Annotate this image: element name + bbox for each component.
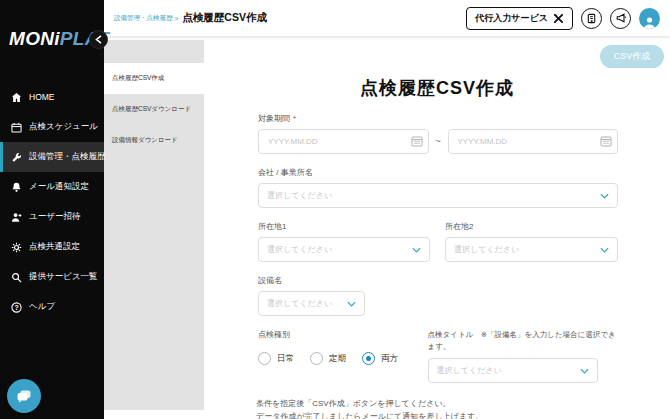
subsidebar-item-csv-create[interactable]: 点検履歴CSV作成 xyxy=(104,63,204,94)
select-placeholder: 選択してください xyxy=(267,298,332,309)
location1-col: 所在地1 選択してください xyxy=(258,208,430,262)
svg-text:?: ? xyxy=(14,303,18,310)
logo-text-main: MON xyxy=(9,28,54,49)
sidebar-item-label: 点検スケジュール xyxy=(29,121,98,133)
megaphone-icon xyxy=(615,12,627,24)
calendar-picker-icon[interactable] xyxy=(600,135,612,147)
sidebar-item-equipment-management[interactable]: 設備管理・点検履歴 xyxy=(0,142,104,172)
page-title-breadcrumb: 点検履歴CSV作成 xyxy=(182,11,267,25)
period-from-wrap xyxy=(258,129,429,154)
radio-option-daily[interactable]: 日常 xyxy=(258,352,294,365)
user-icon xyxy=(642,16,657,29)
equipment-select[interactable]: 選択してください xyxy=(258,291,365,316)
primary-sidebar: MONiPLAT HOME 点検スケジュール 設備管理・点検履歴 メール通知設定… xyxy=(0,0,104,419)
required-mark: * xyxy=(293,114,296,123)
chat-support-button[interactable] xyxy=(7,379,41,413)
location2-select[interactable]: 選択してください xyxy=(445,237,618,262)
radio-label: 両方 xyxy=(381,353,398,365)
chevron-down-icon xyxy=(347,301,356,307)
sidebar-item-home[interactable]: HOME xyxy=(0,82,104,112)
sidebar-item-label: メール通知設定 xyxy=(29,181,89,193)
sidebar-item-label: 点検共通設定 xyxy=(29,241,80,253)
calendar-icon xyxy=(11,122,22,133)
sidebar-item-label: ユーザー招待 xyxy=(29,211,80,223)
sidebar-item-label: HOME xyxy=(29,92,55,102)
csv-create-form: 対象期間* ~ 会社 / 事業所名 選択してください xyxy=(258,113,618,383)
subsidebar-item-label: 点検履歴CSVダウンロード xyxy=(112,105,191,114)
calendar-picker-icon[interactable] xyxy=(411,135,423,147)
period-to-input[interactable] xyxy=(448,129,619,154)
select-placeholder: 選択してください xyxy=(454,244,519,255)
breadcrumb-parent-link[interactable]: 設備管理・点検履歴 xyxy=(114,14,173,23)
subsidebar-item-csv-download[interactable]: 点検履歴CSVダウンロード xyxy=(104,94,204,125)
radio-option-periodic[interactable]: 定期 xyxy=(310,352,346,365)
chevron-down-icon xyxy=(600,247,609,253)
sidebar-item-services-list[interactable]: 提供サービス一覧 xyxy=(0,262,104,292)
user-plus-icon xyxy=(11,212,22,223)
period-row: ~ xyxy=(258,129,618,154)
inspection-type-label: 点検種別 xyxy=(258,329,428,340)
select-placeholder: 選択してください xyxy=(267,190,332,201)
csv-create-button[interactable]: CSV作成 xyxy=(600,45,664,68)
sidebar-item-label: ヘルプ xyxy=(29,301,55,313)
period-from-input[interactable] xyxy=(258,129,429,154)
location2-label: 所在地2 xyxy=(445,221,618,232)
sidebar-item-mail-notification[interactable]: メール通知設定 xyxy=(0,172,104,202)
crossed-tools-icon xyxy=(553,13,564,24)
chevron-down-icon xyxy=(412,247,421,253)
subsidebar-item-equipment-download[interactable]: 設備情報ダウンロード xyxy=(104,125,204,156)
proxy-input-service-button[interactable]: 代行入力サービス xyxy=(466,7,573,30)
select-placeholder: 選択してください xyxy=(437,365,502,376)
inspection-title-label: 点検タイトル ※「設備名」を入力した場合に選択できます。 xyxy=(428,329,618,353)
period-label: 対象期間* xyxy=(258,113,618,124)
report-button[interactable] xyxy=(581,8,602,29)
app-window: MONiPLAT HOME 点検スケジュール 設備管理・点検履歴 メール通知設定… xyxy=(0,0,670,419)
bell-icon xyxy=(11,182,22,193)
form-footer-note: 条件を指定後「CSV作成」ボタンを押してください。 データ作成が完了しましたらメ… xyxy=(256,398,670,419)
equipment-label: 設備名 xyxy=(258,275,618,286)
location2-col: 所在地2 選択してください xyxy=(445,208,618,262)
sidebar-item-user-invite[interactable]: ユーザー招待 xyxy=(0,202,104,232)
chevron-down-icon xyxy=(580,368,589,374)
subsidebar-item-label: 点検履歴CSV作成 xyxy=(112,74,164,83)
location1-select[interactable]: 選択してください xyxy=(258,237,430,262)
sidebar-item-common-settings[interactable]: 点検共通設定 xyxy=(0,232,104,262)
radio-icon xyxy=(310,352,323,365)
proxy-button-label: 代行入力サービス xyxy=(475,12,548,25)
gear-icon xyxy=(11,242,22,253)
type-title-row: 点検種別 日常 定期 両方 点検タイトル ※「設備名」を入力した場合に選択できま… xyxy=(258,316,618,383)
sidebar-item-label: 提供サービス一覧 xyxy=(29,271,98,283)
inspection-type-col: 点検種別 日常 定期 両方 xyxy=(258,316,428,383)
sidebar-item-label: 設備管理・点検履歴 xyxy=(29,151,106,163)
announcements-button[interactable] xyxy=(610,8,631,29)
period-to-wrap xyxy=(448,129,619,154)
company-select[interactable]: 選択してください xyxy=(258,183,618,208)
services-icon xyxy=(11,272,22,283)
sidebar-item-help[interactable]: ? ヘルプ xyxy=(0,292,104,322)
radio-label: 定期 xyxy=(329,353,346,365)
radio-label: 日常 xyxy=(277,353,294,365)
chevron-down-icon xyxy=(600,193,609,199)
chat-bubbles-icon xyxy=(15,387,33,405)
location1-label: 所在地1 xyxy=(258,221,430,232)
company-label: 会社 / 事業所名 xyxy=(258,167,618,178)
primary-nav: HOME 点検スケジュール 設備管理・点検履歴 メール通知設定 ユーザー招待 点… xyxy=(0,82,104,322)
sidebar-collapse-button[interactable] xyxy=(89,30,108,49)
home-icon xyxy=(11,92,22,103)
user-avatar[interactable] xyxy=(639,8,660,29)
select-placeholder: 選択してください xyxy=(267,244,332,255)
form-title: 点検履歴CSV作成 xyxy=(204,36,670,100)
breadcrumb-separator: > xyxy=(175,15,179,22)
top-header: 設備管理・点検履歴 > 点検履歴CSV作成 代行入力サービス xyxy=(104,0,670,36)
inspection-title-select[interactable]: 選択してください xyxy=(428,358,598,383)
sidebar-item-inspection-schedule[interactable]: 点検スケジュール xyxy=(0,112,104,142)
location-row: 所在地1 選択してください 所在地2 選択してください xyxy=(258,208,618,262)
app-logo[interactable]: MONiPLAT xyxy=(0,0,104,50)
radio-icon-selected xyxy=(362,352,375,365)
radio-option-both[interactable]: 両方 xyxy=(362,352,398,365)
footer-line: データ作成が完了しましたらメールにて通知を差し上げます。 xyxy=(256,411,670,419)
report-icon xyxy=(586,13,597,24)
main-content: CSV作成 点検履歴CSV作成 対象期間* ~ 会社 / 事業所名 選択してくだ… xyxy=(204,36,670,419)
secondary-sidebar: 点検履歴CSV作成 点検履歴CSVダウンロード 設備情報ダウンロード xyxy=(104,40,204,410)
radio-icon xyxy=(258,352,271,365)
